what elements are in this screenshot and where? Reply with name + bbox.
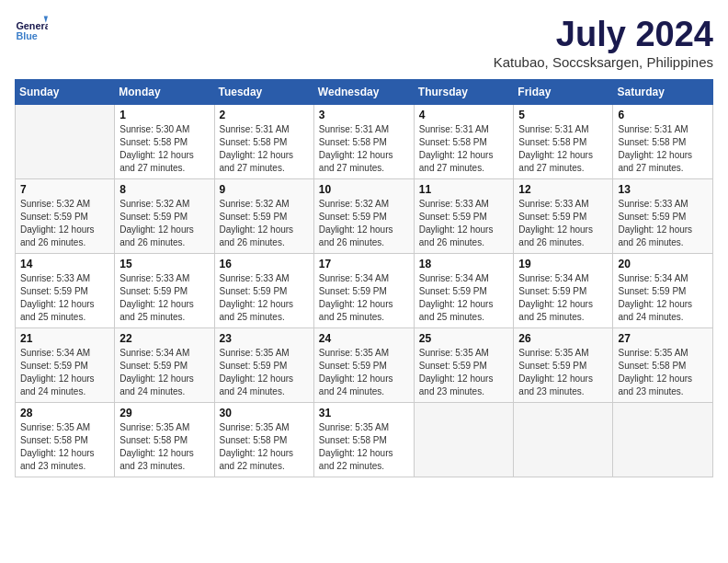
day-number: 10	[319, 183, 409, 196]
day-info: Sunrise: 5:35 AM Sunset: 5:58 PM Dayligh…	[319, 421, 409, 473]
calendar-cell: 13Sunrise: 5:33 AM Sunset: 5:59 PM Dayli…	[613, 179, 713, 254]
weekday-wednesday: Wednesday	[313, 80, 414, 105]
day-number: 16	[220, 258, 309, 270]
day-info: Sunrise: 5:32 AM Sunset: 5:59 PM Dayligh…	[220, 198, 309, 249]
day-info: Sunrise: 5:33 AM Sunset: 5:59 PM Dayligh…	[419, 198, 509, 249]
day-number: 15	[119, 258, 209, 270]
day-info: Sunrise: 5:32 AM Sunset: 5:59 PM Dayligh…	[20, 198, 109, 249]
day-info: Sunrise: 5:35 AM Sunset: 5:58 PM Dayligh…	[20, 421, 109, 473]
day-info: Sunrise: 5:31 AM Sunset: 5:58 PM Dayligh…	[319, 123, 409, 175]
calendar-cell: 4Sunrise: 5:31 AM Sunset: 5:58 PM Daylig…	[414, 105, 514, 179]
weekday-thursday: Thursday	[414, 80, 514, 105]
day-number: 6	[618, 109, 708, 121]
calendar-cell	[613, 403, 713, 477]
day-info: Sunrise: 5:33 AM Sunset: 5:59 PM Dayligh…	[20, 272, 109, 324]
calendar-cell: 11Sunrise: 5:33 AM Sunset: 5:59 PM Dayli…	[414, 179, 514, 254]
logo: General Blue	[15, 15, 48, 48]
week-row-3: 14Sunrise: 5:33 AM Sunset: 5:59 PM Dayli…	[16, 254, 713, 328]
weekday-sunday: Sunday	[16, 80, 115, 105]
day-info: Sunrise: 5:31 AM Sunset: 5:58 PM Dayligh…	[419, 123, 509, 175]
day-number: 20	[618, 258, 708, 270]
day-info: Sunrise: 5:32 AM Sunset: 5:59 PM Dayligh…	[319, 198, 409, 249]
svg-text:Blue: Blue	[16, 30, 37, 41]
day-number: 28	[20, 407, 109, 419]
day-number: 7	[20, 183, 109, 196]
calendar-cell: 22Sunrise: 5:34 AM Sunset: 5:59 PM Dayli…	[115, 328, 214, 403]
day-number: 23	[220, 332, 309, 345]
month-title: July 2024	[494, 15, 713, 54]
day-number: 21	[20, 332, 109, 345]
day-number: 1	[119, 109, 209, 121]
day-number: 11	[419, 183, 509, 196]
day-number: 14	[20, 258, 109, 270]
calendar-cell: 20Sunrise: 5:34 AM Sunset: 5:59 PM Dayli…	[613, 254, 713, 328]
calendar-cell: 2Sunrise: 5:31 AM Sunset: 5:58 PM Daylig…	[214, 105, 313, 179]
page-header: General Blue July 2024 Katubao, Soccsksa…	[15, 15, 713, 70]
day-info: Sunrise: 5:35 AM Sunset: 5:58 PM Dayligh…	[220, 421, 309, 473]
day-info: Sunrise: 5:31 AM Sunset: 5:58 PM Dayligh…	[518, 123, 608, 175]
day-info: Sunrise: 5:34 AM Sunset: 5:59 PM Dayligh…	[518, 272, 608, 324]
calendar-cell: 6Sunrise: 5:31 AM Sunset: 5:58 PM Daylig…	[613, 105, 713, 179]
calendar-cell: 7Sunrise: 5:32 AM Sunset: 5:59 PM Daylig…	[16, 179, 115, 254]
day-info: Sunrise: 5:34 AM Sunset: 5:59 PM Dayligh…	[20, 347, 109, 398]
calendar-cell	[414, 403, 514, 477]
day-number: 26	[518, 332, 608, 345]
day-number: 27	[618, 332, 708, 345]
title-block: July 2024 Katubao, Soccsksargen, Philipp…	[494, 15, 713, 70]
day-number: 9	[220, 183, 309, 196]
calendar-cell	[16, 105, 115, 179]
day-info: Sunrise: 5:32 AM Sunset: 5:59 PM Dayligh…	[119, 198, 209, 249]
calendar-cell: 9Sunrise: 5:32 AM Sunset: 5:59 PM Daylig…	[214, 179, 313, 254]
calendar-cell: 26Sunrise: 5:35 AM Sunset: 5:59 PM Dayli…	[514, 328, 613, 403]
calendar-cell: 24Sunrise: 5:35 AM Sunset: 5:59 PM Dayli…	[313, 328, 414, 403]
week-row-4: 21Sunrise: 5:34 AM Sunset: 5:59 PM Dayli…	[16, 328, 713, 403]
day-number: 18	[419, 258, 509, 270]
day-number: 4	[419, 109, 509, 121]
day-info: Sunrise: 5:31 AM Sunset: 5:58 PM Dayligh…	[220, 123, 309, 175]
day-info: Sunrise: 5:33 AM Sunset: 5:59 PM Dayligh…	[518, 198, 608, 249]
weekday-saturday: Saturday	[613, 80, 713, 105]
calendar-cell: 25Sunrise: 5:35 AM Sunset: 5:59 PM Dayli…	[414, 328, 514, 403]
calendar-table: SundayMondayTuesdayWednesdayThursdayFrid…	[15, 79, 713, 477]
calendar-cell: 19Sunrise: 5:34 AM Sunset: 5:59 PM Dayli…	[514, 254, 613, 328]
calendar-cell	[514, 403, 613, 477]
weekday-friday: Friday	[514, 80, 613, 105]
calendar-cell: 27Sunrise: 5:35 AM Sunset: 5:58 PM Dayli…	[613, 328, 713, 403]
calendar-cell: 31Sunrise: 5:35 AM Sunset: 5:58 PM Dayli…	[313, 403, 414, 477]
day-info: Sunrise: 5:35 AM Sunset: 5:59 PM Dayligh…	[319, 347, 409, 398]
calendar-cell: 29Sunrise: 5:35 AM Sunset: 5:58 PM Dayli…	[115, 403, 214, 477]
day-number: 8	[119, 183, 209, 196]
day-info: Sunrise: 5:34 AM Sunset: 5:59 PM Dayligh…	[618, 272, 708, 324]
day-number: 24	[319, 332, 409, 345]
day-info: Sunrise: 5:31 AM Sunset: 5:58 PM Dayligh…	[618, 123, 708, 175]
day-number: 31	[319, 407, 409, 419]
calendar-cell: 12Sunrise: 5:33 AM Sunset: 5:59 PM Dayli…	[514, 179, 613, 254]
calendar-cell: 15Sunrise: 5:33 AM Sunset: 5:59 PM Dayli…	[115, 254, 214, 328]
calendar-cell: 21Sunrise: 5:34 AM Sunset: 5:59 PM Dayli…	[16, 328, 115, 403]
week-row-1: 1Sunrise: 5:30 AM Sunset: 5:58 PM Daylig…	[16, 105, 713, 179]
weekday-monday: Monday	[115, 80, 214, 105]
day-info: Sunrise: 5:33 AM Sunset: 5:59 PM Dayligh…	[618, 198, 708, 249]
day-info: Sunrise: 5:30 AM Sunset: 5:58 PM Dayligh…	[119, 123, 209, 175]
calendar-cell: 1Sunrise: 5:30 AM Sunset: 5:58 PM Daylig…	[115, 105, 214, 179]
day-info: Sunrise: 5:35 AM Sunset: 5:59 PM Dayligh…	[419, 347, 509, 398]
week-row-2: 7Sunrise: 5:32 AM Sunset: 5:59 PM Daylig…	[16, 179, 713, 254]
day-info: Sunrise: 5:34 AM Sunset: 5:59 PM Dayligh…	[419, 272, 509, 324]
calendar-cell: 3Sunrise: 5:31 AM Sunset: 5:58 PM Daylig…	[313, 105, 414, 179]
day-number: 22	[119, 332, 209, 345]
day-number: 25	[419, 332, 509, 345]
calendar-cell: 5Sunrise: 5:31 AM Sunset: 5:58 PM Daylig…	[514, 105, 613, 179]
day-number: 30	[220, 407, 309, 419]
day-info: Sunrise: 5:34 AM Sunset: 5:59 PM Dayligh…	[319, 272, 409, 324]
day-number: 13	[618, 183, 708, 196]
logo-svg: General Blue	[15, 15, 48, 48]
day-info: Sunrise: 5:33 AM Sunset: 5:59 PM Dayligh…	[119, 272, 209, 324]
calendar-cell: 17Sunrise: 5:34 AM Sunset: 5:59 PM Dayli…	[313, 254, 414, 328]
day-number: 3	[319, 109, 409, 121]
svg-text:General: General	[16, 20, 48, 31]
day-info: Sunrise: 5:34 AM Sunset: 5:59 PM Dayligh…	[119, 347, 209, 398]
day-info: Sunrise: 5:35 AM Sunset: 5:58 PM Dayligh…	[618, 347, 708, 398]
calendar-cell: 14Sunrise: 5:33 AM Sunset: 5:59 PM Dayli…	[16, 254, 115, 328]
day-number: 29	[119, 407, 209, 419]
calendar-cell: 23Sunrise: 5:35 AM Sunset: 5:59 PM Dayli…	[214, 328, 313, 403]
